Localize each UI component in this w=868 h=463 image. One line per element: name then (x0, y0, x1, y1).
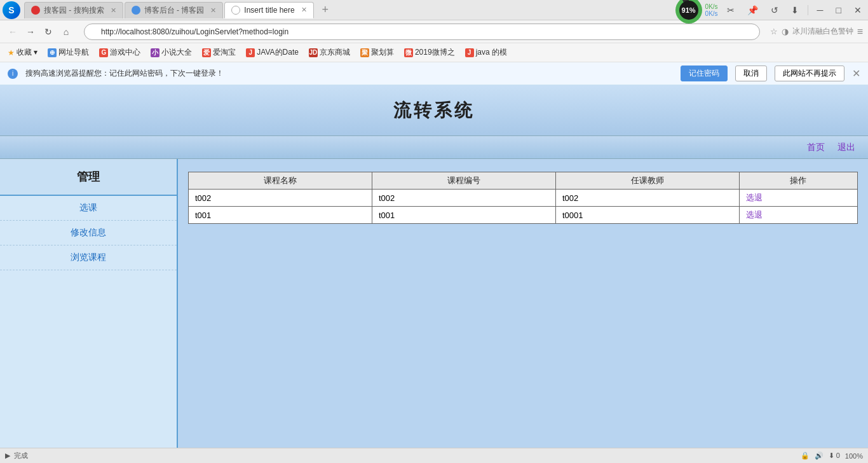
new-tab-button[interactable]: + (318, 3, 333, 18)
user-label: 冰川清融白色警钟 (792, 26, 853, 37)
main-content: 管理 选课 修改信息 浏览课程 课程名称 课程编号 任课教师 操作 (0, 159, 868, 448)
action-link-2[interactable]: 选退 (746, 210, 763, 219)
juhua-label: 聚划算 (371, 47, 394, 58)
toolbar-right: ☆ ◑ 冰川清融白色警钟 ≡ (770, 26, 863, 38)
app-header: 流转系统 (0, 85, 868, 136)
tab-close-active[interactable]: ✕ (301, 6, 307, 14)
speed-percent: 91% (679, 1, 698, 20)
sidebar: 管理 选课 修改信息 浏览课程 (0, 159, 178, 448)
bookmark-java-date[interactable]: J JAVA的Date (243, 46, 301, 59)
novels-label: 小说大全 (161, 47, 192, 58)
java-model-label: java 的模 (476, 47, 507, 58)
tab-blog[interactable]: 博客后台 - 博客园 ✕ (125, 2, 224, 18)
back-button[interactable]: ← (5, 24, 20, 39)
bookmark-juhua[interactable]: 聚 聚划算 (358, 46, 397, 59)
sidebar-item-select-course[interactable]: 选课 (0, 196, 177, 221)
star-icon[interactable]: ☆ (770, 27, 778, 36)
remember-password-button[interactable]: 记住密码 (681, 66, 728, 81)
course-code-2: t001 (372, 207, 555, 224)
notification-close[interactable]: ✕ (852, 67, 860, 79)
bookmark-taobao[interactable]: 爱 爱淘宝 (200, 46, 238, 59)
course-name-1: t002 (189, 190, 372, 207)
bookmark-novels[interactable]: 小 小说大全 (148, 46, 194, 59)
juhua-icon: 聚 (360, 48, 369, 57)
tab-close-sogou[interactable]: ✕ (111, 6, 116, 15)
bookmark-jd[interactable]: JD 京东商城 (306, 46, 353, 59)
url-input[interactable] (84, 24, 760, 40)
course-table: 课程名称 课程编号 任课教师 操作 t002 t002 t002 选退 (188, 172, 858, 224)
url-bar-container: 🔒 (84, 24, 760, 40)
speed-info: 0K/s 0K/s (705, 3, 718, 17)
novels-icon: 小 (151, 48, 159, 57)
table-row: t001 t001 t0001 选退 (189, 207, 858, 224)
tab-label-sogou: 搜客园 - 搜狗搜索 (44, 5, 104, 16)
notification-text: 搜狗高速浏览器提醒您：记住此网站密码，下次一键登录！ (25, 68, 673, 79)
taobao-label: 爱淘宝 (213, 47, 236, 58)
home-nav-link[interactable]: 首页 (807, 142, 825, 153)
weibo-label: 2019微博之 (415, 47, 455, 58)
weibo-icon: 微 (404, 48, 413, 57)
bookmark-java-model[interactable]: J java 的模 (463, 46, 510, 59)
col-header-teacher: 任课教师 (555, 172, 739, 190)
app-nav: 首页 退出 (0, 136, 868, 159)
refresh-button[interactable]: ↻ (41, 24, 56, 39)
favorites-icon: ★ (8, 48, 15, 57)
bookmark-nav[interactable]: ⊕ 网址导航 (45, 46, 92, 59)
refresh-icon[interactable]: ↺ (767, 4, 782, 17)
scissors-icon[interactable]: ✂ (723, 4, 738, 17)
col-header-code: 课程编号 (372, 172, 555, 190)
course-code-1: t002 (372, 190, 555, 207)
download-icon[interactable]: ⬇ (787, 4, 803, 17)
logout-nav-link[interactable]: 退出 (837, 142, 855, 153)
java-date-icon: J (246, 48, 255, 57)
jd-icon: JD (309, 48, 318, 57)
skin-icon[interactable]: ◑ (782, 27, 789, 36)
no-prompt-button[interactable]: 此网站不再提示 (775, 66, 844, 81)
close-button[interactable]: ✕ (850, 4, 865, 17)
tab-active[interactable]: Insert title here ✕ (224, 2, 313, 18)
sidebar-item-browse-course[interactable]: 浏览课程 (0, 245, 177, 270)
action-link-1[interactable]: 选退 (746, 193, 763, 202)
sidebar-item-modify-info[interactable]: 修改信息 (0, 221, 177, 245)
speed-up: 0K/s (705, 3, 718, 10)
nav-label: 网址导航 (58, 47, 89, 58)
course-teacher-1: t002 (555, 190, 739, 207)
notification-icon: i (8, 69, 18, 79)
restore-button[interactable]: □ (832, 4, 845, 17)
speed-down: 0K/s (705, 10, 718, 17)
page-area: 流转系统 首页 退出 管理 选课 修改信息 浏览课程 课程名称 (0, 85, 868, 448)
bookmark-favorites[interactable]: ★ 收藏 ▾ (5, 46, 40, 59)
browser-window: S 搜客园 - 搜狗搜索 ✕ 博客后台 - 博客园 ✕ Insert title… (0, 0, 868, 463)
favorites-label: 收藏 ▾ (17, 47, 37, 58)
bookmark-games[interactable]: G 游戏中心 (97, 46, 143, 59)
browser-logo: S (3, 1, 20, 19)
status-text: 完成 (14, 451, 28, 460)
taobao-icon: 爱 (202, 48, 211, 57)
status-bar: ▶ 完成 🔒 🔊 ⬇ 0 100% (0, 448, 868, 463)
tab-icon-blog (132, 6, 140, 15)
games-label: 游戏中心 (110, 47, 140, 58)
course-action-2: 选退 (739, 207, 857, 224)
bookmark-weibo[interactable]: 微 2019微博之 (402, 46, 458, 59)
download-status-icon: ⬇ 0 (829, 452, 840, 460)
menu-icon[interactable]: ≡ (857, 26, 863, 38)
tab-label-active: Insert title here (244, 6, 294, 15)
table-row: t002 t002 t002 选退 (189, 190, 858, 207)
nav-icon: ⊕ (48, 48, 57, 57)
tab-label-blog: 博客后台 - 博客园 (144, 5, 205, 16)
minimize-button[interactable]: ─ (813, 4, 827, 17)
home-button[interactable]: ⌂ (58, 24, 74, 39)
forward-button[interactable]: → (23, 24, 38, 39)
java-date-label: JAVA的Date (257, 47, 299, 58)
status-left: ▶ 完成 (5, 451, 28, 460)
tab-icon-new (231, 6, 240, 15)
sidebar-title: 管理 (0, 159, 177, 196)
tab-close-blog[interactable]: ✕ (210, 6, 216, 15)
zoom-level: 100% (845, 452, 863, 460)
tab-sogou[interactable]: 搜客园 - 搜狗搜索 ✕ (24, 2, 123, 18)
cancel-button[interactable]: 取消 (735, 66, 767, 81)
course-teacher-2: t0001 (555, 207, 739, 224)
tab-icon-sogou (31, 6, 40, 15)
pin-icon[interactable]: 📌 (743, 4, 762, 17)
toolbar: ← → ↻ ⌂ 🔒 ☆ ◑ 冰川清融白色警钟 ≡ (0, 20, 868, 43)
